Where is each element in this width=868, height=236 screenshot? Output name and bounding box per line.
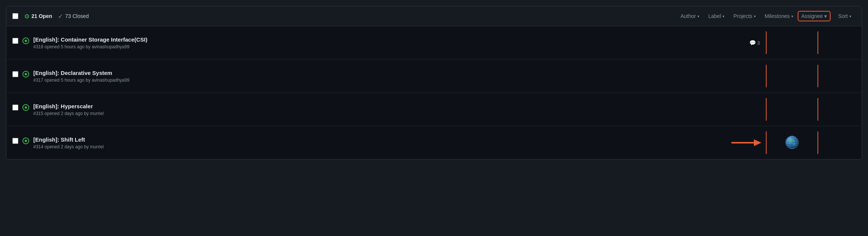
closed-toggle[interactable]: ✓ 73 Closed [58, 13, 89, 20]
row-right-1: 💬 3 [699, 31, 856, 54]
sort-chevron-icon: ▾ [849, 14, 851, 18]
issue-content-4: [English]: Shift Left #314 opened 2 days… [33, 136, 699, 149]
milestones-filter-button[interactable]: Milestones ▾ [760, 11, 798, 21]
row-right-2 [699, 65, 856, 87]
issue-meta-3: #315 opened 2 days ago by murriel [33, 111, 699, 116]
issue-meta-2: #317 opened 5 hours ago by avinashupadhy… [33, 78, 699, 83]
label-chevron-icon: ▾ [722, 14, 724, 18]
table-row: [English]: Shift Left #314 opened 2 days… [6, 126, 862, 159]
issue-meta-4: #314 opened 2 days ago by murriel [33, 144, 699, 149]
issue-content-2: [English]: Declarative System #317 opene… [33, 70, 699, 83]
projects-filter-label: Projects [733, 13, 752, 19]
row-content-3: [English]: Hyperscaler #315 opened 2 day… [12, 98, 856, 121]
assignee-cell-2 [766, 65, 818, 87]
header-filters: Author ▾ Label ▾ Projects ▾ Milestones ▾… [676, 11, 856, 21]
issue-content-1: [English]: Container Storage Interface(C… [33, 36, 699, 49]
row-right-4 [699, 131, 856, 154]
svg-marker-1 [754, 139, 761, 146]
open-issue-icon: ⊙ [24, 13, 29, 20]
issue-checkbox-2[interactable] [12, 71, 18, 77]
assignee-filter-button[interactable]: Assignee ▾ [798, 11, 831, 21]
author-filter-label: Author [681, 13, 696, 19]
issue-title-4[interactable]: [English]: Shift Left [33, 136, 699, 143]
issue-content-3: [English]: Hyperscaler #315 opened 2 day… [33, 103, 699, 116]
issue-status-open-1 [22, 37, 30, 45]
issue-title-1[interactable]: [English]: Container Storage Interface(C… [33, 36, 699, 43]
assignee-cell-1 [766, 31, 818, 54]
comment-bubble-icon: 💬 [749, 40, 756, 46]
label-filter-label: Label [708, 13, 721, 19]
check-icon: ✓ [58, 13, 63, 20]
row-content-2: [English]: Declarative System #317 opene… [12, 65, 856, 87]
issue-checkbox-1[interactable] [12, 38, 18, 44]
open-closed-toggle: ⊙ 21 Open ✓ 73 Closed [24, 13, 89, 20]
assignee-chevron-icon: ▾ [824, 13, 827, 19]
issue-checkbox-4[interactable] [12, 138, 18, 144]
table-row: [English]: Container Storage Interface(C… [6, 26, 862, 60]
row-right-3 [699, 98, 856, 121]
open-toggle[interactable]: ⊙ 21 Open [24, 13, 52, 20]
select-all-checkbox[interactable] [12, 13, 18, 19]
comment-count-1: 💬 3 [749, 40, 760, 46]
comment-number-1: 3 [757, 40, 760, 46]
assignee-filter-label: Assignee [801, 13, 823, 19]
row-content-1: [English]: Container Storage Interface(C… [12, 31, 856, 54]
issue-checkbox-3[interactable] [12, 105, 18, 111]
issue-status-open-2 [22, 70, 30, 78]
issue-status-open-4 [22, 137, 30, 145]
arrow-area [699, 137, 766, 148]
table-row: [English]: Hyperscaler #315 opened 2 day… [6, 93, 862, 126]
issues-header: ⊙ 21 Open ✓ 73 Closed Author ▾ Label ▾ P… [6, 6, 862, 26]
table-row: [English]: Declarative System #317 opene… [6, 60, 862, 93]
author-filter-button[interactable]: Author ▾ [676, 11, 704, 21]
author-chevron-icon: ▾ [697, 14, 699, 18]
assignee-cell-3 [766, 98, 818, 121]
issues-container: ⊙ 21 Open ✓ 73 Closed Author ▾ Label ▾ P… [6, 6, 862, 160]
projects-filter-button[interactable]: Projects ▾ [729, 11, 760, 21]
projects-chevron-icon: ▾ [754, 14, 756, 18]
comment-area-1: 💬 3 [699, 40, 766, 46]
issue-title-3[interactable]: [English]: Hyperscaler [33, 103, 699, 109]
milestones-chevron-icon: ▾ [791, 14, 793, 18]
right-arrow-icon [731, 137, 761, 148]
avatar [785, 136, 799, 150]
label-filter-button[interactable]: Label ▾ [704, 11, 729, 21]
header-main: ⊙ 21 Open ✓ 73 Closed [12, 13, 670, 20]
closed-count: 73 Closed [65, 13, 89, 19]
issue-meta-1: #318 opened 5 hours ago by avinashupadhy… [33, 44, 699, 49]
sort-filter-button[interactable]: Sort ▾ [834, 11, 856, 21]
sort-filter-label: Sort [838, 13, 848, 19]
open-count: 21 Open [31, 13, 52, 19]
row-content-4: [English]: Shift Left #314 opened 2 days… [12, 131, 856, 154]
issue-status-open-3 [22, 104, 30, 111]
issue-title-2[interactable]: [English]: Declarative System [33, 70, 699, 76]
milestones-filter-label: Milestones [765, 13, 790, 19]
assignee-cell-4 [766, 131, 818, 154]
